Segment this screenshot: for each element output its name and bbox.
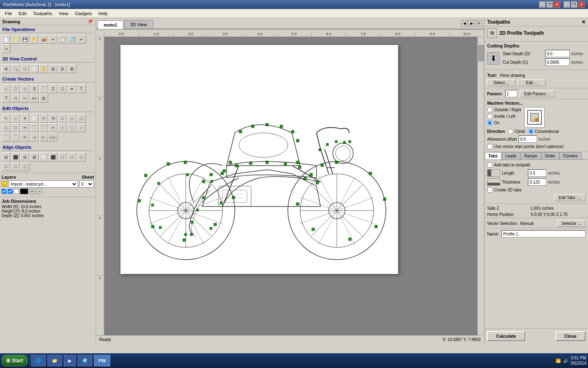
select-tool-btn[interactable]: Select ... <box>487 79 516 86</box>
sheet-select[interactable]: 0 <box>79 180 94 188</box>
new-file-btn[interactable]: 📄 <box>2 35 11 44</box>
grid-btn[interactable]: ⊞ <box>39 94 48 103</box>
node-btn[interactable]: ↔ <box>11 114 20 123</box>
align9-btn[interactable]: □ <box>77 153 86 162</box>
close-btn[interactable]: ✕ <box>554 1 560 8</box>
selbox-btn[interactable]: ⬜ <box>30 114 39 123</box>
text3-btn[interactable]: Tt <box>11 94 20 103</box>
drawing-pin[interactable]: 📌 <box>87 19 93 24</box>
edit12-btn[interactable]: ○ <box>77 123 86 132</box>
thickness-input[interactable] <box>528 178 546 186</box>
outside-right-radio[interactable] <box>487 107 492 112</box>
export-btn[interactable]: 📦 <box>39 35 48 44</box>
conventional-radio[interactable] <box>528 129 534 134</box>
name-input[interactable] <box>501 230 586 238</box>
tab-close-btn[interactable]: ✕ <box>476 20 482 27</box>
minimize-btn[interactable]: _ <box>539 1 546 8</box>
undo-btn[interactable]: ↩ <box>77 35 86 44</box>
inner-minimize-btn[interactable]: _ <box>564 1 570 8</box>
start-depth-input[interactable] <box>545 50 570 57</box>
menu-gadgets[interactable]: Gadgets <box>71 10 95 17</box>
menu-file[interactable]: File <box>2 10 16 17</box>
edit8-btn[interactable]: ⌒ <box>39 123 48 132</box>
restore-btn[interactable]: ❐ <box>546 1 553 8</box>
rp-tab-corners[interactable]: Corners <box>559 152 581 159</box>
edit15-btn[interactable]: ✂ <box>20 132 29 141</box>
edit16-btn[interactable]: ◁ <box>30 132 39 141</box>
edit10-btn[interactable]: ○ <box>58 123 67 132</box>
taskbar-partworks[interactable]: PW <box>94 355 110 366</box>
ellipse-btn[interactable]: ⬯ <box>11 84 20 93</box>
calculate-btn[interactable]: Calculate <box>487 331 525 341</box>
text5-btn[interactable]: abc <box>30 94 39 103</box>
edit14-btn[interactable]: ⌒ <box>11 132 20 141</box>
taskbar-media[interactable]: ▶ <box>64 355 76 366</box>
allowance-input[interactable] <box>519 135 537 143</box>
edit-tool-btn[interactable]: Edit ... <box>517 79 546 86</box>
selector-btn[interactable]: Selector ... <box>557 220 586 227</box>
climb-option[interactable]: Climb <box>508 129 525 134</box>
cut-depth-input[interactable] <box>545 58 570 66</box>
tab-next-btn[interactable]: ▶ <box>468 20 475 27</box>
rp-tab-tabs[interactable]: Tabs <box>485 152 501 159</box>
rp-tab-leads[interactable]: Leads <box>502 152 520 159</box>
copy-btn[interactable]: 📋 <box>58 35 67 44</box>
outside-right-option[interactable]: Outside / Right <box>487 107 521 112</box>
start-button[interactable]: ⊞ Start <box>2 355 27 366</box>
rp-tab-ramps[interactable]: Ramps <box>521 152 541 159</box>
edit-tabs-btn[interactable]: Edit Tabs .... <box>554 194 586 201</box>
add-tabs-check[interactable] <box>487 162 492 168</box>
arc-btn[interactable]: ⌒ <box>39 84 48 93</box>
tab-3dview[interactable]: 3D View <box>124 20 153 29</box>
edit13-btn[interactable]: ⌒ <box>2 132 11 141</box>
rot-btn[interactable]: ⟲ <box>49 114 58 123</box>
edit-passes-btn[interactable]: Edit Passes ... <box>520 90 555 97</box>
canvas[interactable] <box>104 37 477 335</box>
scrollbar-right[interactable] <box>477 37 484 335</box>
open-folder-btn[interactable]: 📂 <box>30 35 39 44</box>
on-option[interactable]: On <box>487 120 521 126</box>
cut-btn[interactable]: ✂ <box>49 35 58 44</box>
open-file-btn[interactable]: 📁 <box>11 35 20 44</box>
passes-input[interactable] <box>505 90 517 97</box>
menu-toolpaths[interactable]: Toolpaths <box>30 10 56 17</box>
rect-btn[interactable]: □ <box>20 84 29 93</box>
zoom-fit-btn[interactable]: ⊕ <box>2 64 11 73</box>
text2-btn[interactable]: T <box>2 94 11 103</box>
view-btn2[interactable]: ⊟ <box>58 64 67 73</box>
refresh-btn[interactable]: 🔄 <box>67 35 76 44</box>
align4-btn[interactable]: ⊠ <box>30 153 39 162</box>
zoom-in-btn[interactable]: 🔍 <box>11 64 20 73</box>
length-input[interactable] <box>528 169 546 177</box>
menu-help[interactable]: Help <box>95 10 111 17</box>
edit3-btn[interactable]: □ <box>67 114 76 123</box>
edit11-btn[interactable]: ○ <box>67 123 76 132</box>
bezier-btn[interactable]: Z <box>49 84 58 93</box>
edit2-btn[interactable]: □ <box>58 114 67 123</box>
edit5-btn[interactable]: □ <box>2 123 11 132</box>
create-3d-check[interactable] <box>487 187 492 193</box>
scissors-btn[interactable]: ✂ <box>20 123 29 132</box>
tab-prev-btn[interactable]: ◀ <box>461 20 468 27</box>
align11-btn[interactable]: □ <box>11 162 20 171</box>
align1-btn[interactable]: ⊞ <box>2 153 11 162</box>
edit7-btn[interactable]: ⌒ <box>30 123 39 132</box>
align8-btn[interactable]: □ <box>67 153 76 162</box>
align5-btn[interactable]: ⬜ <box>39 153 48 162</box>
edit18-btn[interactable]: ▷▷ <box>49 132 58 141</box>
align2-btn[interactable]: ⬛ <box>11 153 20 162</box>
conventional-option[interactable]: Conventional <box>528 129 559 134</box>
zoom-sel-btn[interactable]: ⬜ <box>30 64 39 73</box>
on-radio[interactable] <box>487 120 492 126</box>
layer-check3[interactable] <box>14 189 19 194</box>
edit6-btn[interactable]: □ <box>11 123 20 132</box>
inside-left-radio[interactable] <box>487 114 492 119</box>
edit9-btn[interactable]: ✂ <box>49 123 58 132</box>
polygon-btn[interactable]: ⬡ <box>58 84 67 93</box>
climb-radio[interactable] <box>508 129 513 134</box>
vector-start-check[interactable] <box>487 144 492 149</box>
select-btn[interactable]: ↖ <box>2 114 11 123</box>
edit17-btn[interactable]: ▷ <box>39 132 48 141</box>
del-btn[interactable]: ✂ <box>39 114 48 123</box>
circle-btn[interactable]: ○ <box>2 84 11 93</box>
